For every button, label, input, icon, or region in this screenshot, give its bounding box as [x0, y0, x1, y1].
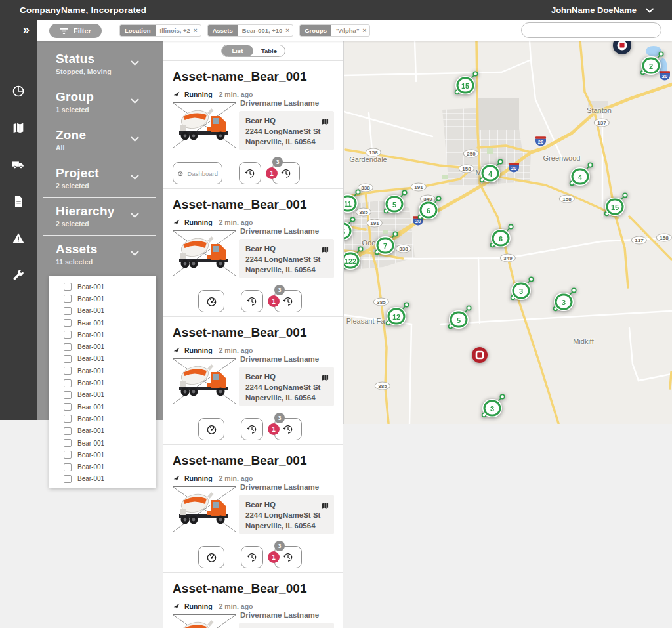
map-cluster-marker[interactable]: 7 — [372, 230, 401, 259]
map-cluster-marker[interactable]: 4 — [477, 157, 506, 186]
filter-section-title[interactable]: Zone — [56, 128, 140, 142]
stopped-asset-marker[interactable] — [470, 345, 490, 367]
checkbox[interactable] — [64, 319, 72, 327]
chevron-down-icon[interactable] — [131, 56, 139, 68]
filter-section-title[interactable]: Hierarchy — [56, 204, 140, 218]
asset-card-title[interactable]: Asset-name_Bear_001 — [173, 581, 307, 596]
asset-checkbox-row[interactable]: Bear-001 — [49, 437, 156, 449]
asset-checkbox-row[interactable]: Bear-001 — [49, 341, 156, 352]
asset-checkbox-row[interactable]: Bear-001 — [49, 449, 156, 461]
filter-section-title[interactable]: Group — [56, 90, 140, 104]
map-cluster-marker[interactable]: 2 — [638, 50, 667, 79]
asset-checkbox-row[interactable]: Bear-001 — [49, 281, 156, 293]
dashboard-button[interactable] — [198, 418, 224, 440]
asset-checkbox-row[interactable]: Bear-001 — [49, 401, 156, 413]
checkbox[interactable] — [64, 283, 72, 291]
filter-chip[interactable]: Groups "Alpha" × — [299, 24, 370, 37]
asset-checkbox-row[interactable]: Bear-001 — [49, 425, 156, 437]
map-cluster-marker[interactable]: 3 — [508, 275, 537, 304]
asset-checkbox-list[interactable]: Bear-001 Bear-001 Bear-001 Bear-001 Bear… — [49, 276, 156, 488]
chip-close-icon[interactable]: × — [285, 27, 293, 34]
dashboard-button[interactable]: Dashboard — [173, 162, 222, 184]
asset-checkbox-row[interactable]: Bear-001 — [49, 329, 156, 341]
filter-chip[interactable]: Assets Bear-001, +10 × — [207, 24, 294, 37]
map-cluster-marker[interactable]: 3 — [551, 286, 579, 315]
chevron-down-icon[interactable] — [131, 171, 139, 182]
chevron-down-icon[interactable] — [131, 94, 139, 106]
toggle-list[interactable]: List — [222, 45, 253, 56]
history-button[interactable] — [241, 290, 263, 312]
dashboard-button[interactable] — [198, 290, 224, 312]
asset-card-title[interactable]: Asset-name_Bear_001 — [173, 70, 307, 84]
map-cluster-marker[interactable]: 15 — [602, 191, 631, 220]
history-button[interactable] — [241, 418, 263, 440]
map-cluster-marker[interactable]: 6 — [415, 194, 444, 223]
checkbox[interactable] — [64, 379, 72, 387]
map-cluster-marker[interactable]: 5 — [343, 215, 358, 244]
map-cluster-marker[interactable]: 6 — [488, 222, 516, 251]
chevron-down-icon[interactable] — [131, 209, 139, 220]
filter-section-title[interactable]: Project — [56, 166, 140, 180]
map-canvas[interactable]: GardendaleMStantonGreenwoodOdePleasant F… — [343, 41, 672, 424]
checkbox[interactable] — [64, 355, 72, 363]
alerts-history-button[interactable]: 3 1 — [272, 162, 300, 184]
map-cluster-marker[interactable]: 11 — [343, 188, 364, 217]
map-cluster-marker[interactable]: 3 — [479, 392, 508, 421]
checkbox[interactable] — [64, 367, 72, 375]
asset-checkbox-row[interactable]: Bear-001 — [49, 317, 156, 329]
checkbox[interactable] — [64, 475, 72, 483]
chevron-down-icon[interactable] — [131, 247, 139, 259]
checkbox[interactable] — [64, 403, 72, 411]
checkbox[interactable] — [64, 343, 72, 351]
checkbox[interactable] — [64, 307, 72, 315]
toggle-table[interactable]: Table — [253, 45, 285, 56]
alerts-history-button[interactable]: 3 1 — [274, 290, 302, 312]
map-cluster-marker[interactable]: 5 — [381, 188, 410, 217]
asset-checkbox-row[interactable]: Bear-001 — [49, 377, 156, 388]
maintenance-icon[interactable] — [11, 268, 26, 282]
map-icon[interactable] — [11, 121, 26, 135]
dashboard-icon[interactable] — [11, 84, 26, 98]
map-cluster-marker[interactable]: 4 — [567, 161, 596, 190]
asset-checkbox-row[interactable]: Bear-001 — [49, 353, 156, 365]
checkbox[interactable] — [64, 427, 72, 435]
asset-checkbox-row[interactable]: Bear-001 — [49, 473, 156, 485]
history-button[interactable] — [239, 162, 261, 184]
dashboard-button[interactable] — [198, 546, 224, 568]
map-cluster-marker[interactable]: 5 — [446, 304, 474, 333]
chip-close-icon[interactable]: × — [362, 27, 369, 34]
filter-section-title[interactable]: Status — [56, 52, 140, 66]
alerts-history-button[interactable]: 3 1 — [274, 418, 302, 440]
map-icon[interactable] — [322, 116, 329, 128]
search-input[interactable] — [521, 22, 662, 38]
chip-close-icon[interactable]: × — [193, 27, 201, 34]
map-cluster-marker[interactable]: 12 — [383, 301, 412, 329]
asset-checkbox-row[interactable]: Bear-001 — [49, 461, 156, 472]
asset-checkbox-row[interactable]: Bear-001 — [49, 293, 156, 304]
checkbox[interactable] — [64, 451, 72, 459]
checkbox[interactable] — [64, 439, 72, 447]
map-icon[interactable] — [322, 372, 329, 384]
fleet-trucks-icon[interactable] — [11, 157, 26, 172]
filter-section-title[interactable]: Assets — [56, 242, 140, 256]
asset-checkbox-row[interactable]: Bear-001 — [49, 305, 156, 317]
asset-card-title[interactable]: Asset-name_Bear_001 — [173, 453, 307, 468]
user-menu[interactable]: JohnName DoeName — [551, 5, 654, 15]
map-cluster-marker[interactable]: 15 — [452, 70, 481, 98]
chevron-down-icon[interactable] — [131, 133, 139, 144]
reports-icon[interactable] — [11, 194, 26, 209]
checkbox[interactable] — [64, 295, 72, 303]
checkbox[interactable] — [64, 463, 72, 471]
history-button[interactable] — [241, 546, 263, 568]
asset-card-title[interactable]: Asset-name_Bear_001 — [173, 198, 307, 212]
list-table-toggle[interactable]: List Table — [221, 45, 285, 57]
map-icon[interactable] — [322, 244, 329, 256]
checkbox[interactable] — [64, 391, 72, 399]
alerts-history-button[interactable]: 3 1 — [274, 546, 302, 568]
stopped-asset-marker-navy[interactable] — [611, 41, 633, 59]
asset-card-title[interactable]: Asset-name_Bear_001 — [173, 325, 307, 340]
asset-checkbox-row[interactable]: Bear-001 — [49, 365, 156, 377]
checkbox[interactable] — [64, 331, 72, 339]
filter-button[interactable]: Filter — [49, 24, 102, 38]
map-icon[interactable] — [322, 500, 329, 512]
